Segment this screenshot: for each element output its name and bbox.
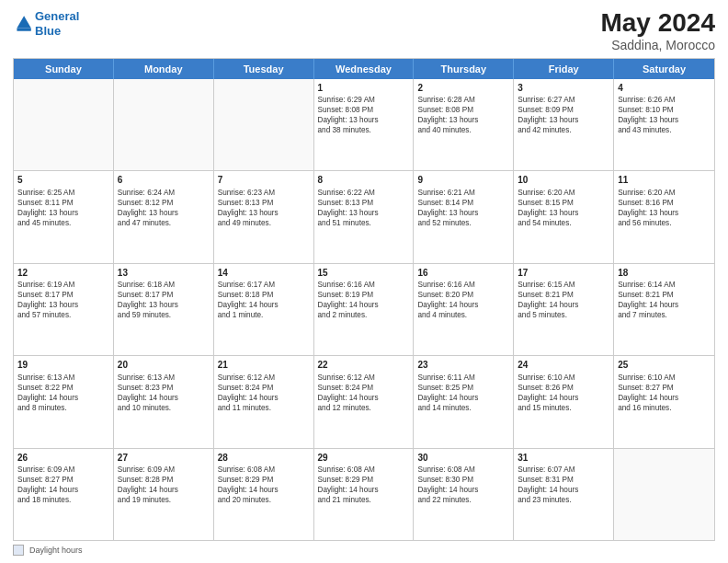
- day-info-line: Sunrise: 6:12 AM: [318, 373, 410, 383]
- day-info-line: Sunrise: 6:09 AM: [118, 465, 210, 475]
- day-number: 30: [417, 452, 509, 465]
- cal-cell: 8Sunrise: 6:22 AMSunset: 8:13 PMDaylight…: [314, 171, 415, 262]
- day-number: 27: [118, 452, 210, 465]
- day-number: 18: [618, 267, 711, 280]
- day-info-line: Sunrise: 6:13 AM: [17, 373, 109, 383]
- day-info-line: and 11 minutes.: [218, 403, 310, 413]
- cal-cell: [614, 449, 714, 540]
- day-info-line: Sunset: 8:24 PM: [218, 383, 310, 393]
- day-number: 22: [318, 359, 410, 372]
- day-info-line: Sunset: 8:19 PM: [318, 290, 410, 300]
- cal-cell: 24Sunrise: 6:10 AMSunset: 8:26 PMDayligh…: [514, 356, 614, 447]
- day-info-line: Sunrise: 6:16 AM: [417, 280, 509, 290]
- day-info-line: Daylight: 13 hours: [318, 208, 410, 218]
- day-info-line: Daylight: 13 hours: [218, 208, 310, 218]
- cal-cell: 22Sunrise: 6:12 AMSunset: 8:24 PMDayligh…: [314, 356, 415, 447]
- cal-cell: 3Sunrise: 6:27 AMSunset: 8:09 PMDaylight…: [514, 79, 614, 170]
- day-info-line: Daylight: 13 hours: [518, 115, 609, 125]
- day-info-line: Daylight: 14 hours: [417, 393, 509, 403]
- cal-cell: 26Sunrise: 6:09 AMSunset: 8:27 PMDayligh…: [14, 449, 114, 540]
- day-info-line: Daylight: 13 hours: [417, 115, 509, 125]
- day-info-line: and 10 minutes.: [118, 403, 210, 413]
- day-info-line: and 8 minutes.: [17, 403, 109, 413]
- cal-cell: 7Sunrise: 6:23 AMSunset: 8:13 PMDaylight…: [214, 171, 314, 262]
- day-info-line: Sunrise: 6:12 AM: [218, 373, 310, 383]
- day-info-line: Sunset: 8:18 PM: [218, 290, 310, 300]
- day-number: 29: [318, 452, 410, 465]
- cal-header-friday: Friday: [514, 59, 614, 79]
- logo-text: General Blue: [35, 9, 79, 38]
- day-info-line: Sunset: 8:29 PM: [318, 475, 410, 485]
- cal-week-1: 1Sunrise: 6:29 AMSunset: 8:08 PMDaylight…: [14, 79, 714, 171]
- page: General Blue May 2024 Saddina, Morocco S…: [0, 0, 728, 563]
- day-info-line: and 2 minutes.: [318, 310, 410, 320]
- footer: Daylight hours: [13, 545, 715, 556]
- day-number: 23: [417, 359, 509, 372]
- day-info-line: Sunset: 8:09 PM: [518, 105, 609, 115]
- svg-rect-1: [17, 28, 30, 30]
- day-number: 10: [518, 174, 609, 187]
- day-info-line: Daylight: 14 hours: [218, 393, 310, 403]
- day-info-line: and 18 minutes.: [17, 495, 109, 505]
- day-info-line: Sunrise: 6:26 AM: [618, 95, 711, 105]
- day-info-line: and 47 minutes.: [118, 218, 210, 228]
- day-info-line: Sunset: 8:30 PM: [417, 475, 509, 485]
- day-info-line: Daylight: 14 hours: [417, 300, 509, 310]
- cal-cell: [214, 79, 314, 170]
- day-number: 21: [218, 359, 310, 372]
- svg-marker-0: [17, 16, 30, 28]
- day-info-line: Daylight: 14 hours: [318, 485, 410, 495]
- day-info-line: and 54 minutes.: [518, 218, 609, 228]
- day-info-line: Sunset: 8:29 PM: [218, 475, 310, 485]
- day-info-line: Daylight: 14 hours: [417, 485, 509, 495]
- day-info-line: Sunset: 8:23 PM: [118, 383, 210, 393]
- cal-header-wednesday: Wednesday: [314, 59, 415, 79]
- day-info-line: Sunset: 8:10 PM: [618, 105, 711, 115]
- day-info-line: Sunrise: 6:22 AM: [318, 188, 410, 198]
- day-info-line: Sunrise: 6:18 AM: [118, 280, 210, 290]
- day-info-line: and 56 minutes.: [618, 218, 711, 228]
- cal-cell: 17Sunrise: 6:15 AMSunset: 8:21 PMDayligh…: [514, 264, 614, 355]
- cal-header-sunday: Sunday: [14, 59, 114, 79]
- title-block: May 2024 Saddina, Morocco: [600, 9, 715, 52]
- day-info-line: and 40 minutes.: [417, 125, 509, 135]
- cal-cell: 27Sunrise: 6:09 AMSunset: 8:28 PMDayligh…: [114, 449, 214, 540]
- day-info-line: Sunset: 8:26 PM: [518, 383, 609, 393]
- cal-cell: 29Sunrise: 6:08 AMSunset: 8:29 PMDayligh…: [314, 449, 415, 540]
- day-info-line: Sunrise: 6:20 AM: [618, 188, 711, 198]
- cal-cell: 23Sunrise: 6:11 AMSunset: 8:25 PMDayligh…: [414, 356, 514, 447]
- day-number: 11: [618, 174, 711, 187]
- day-info-line: and 21 minutes.: [318, 495, 410, 505]
- day-info-line: and 42 minutes.: [518, 125, 609, 135]
- logo-line2: Blue: [35, 24, 61, 38]
- day-info-line: and 43 minutes.: [618, 125, 711, 135]
- cal-cell: 18Sunrise: 6:14 AMSunset: 8:21 PMDayligh…: [614, 264, 714, 355]
- day-info-line: Sunrise: 6:16 AM: [318, 280, 410, 290]
- day-info-line: Daylight: 13 hours: [318, 115, 410, 125]
- cal-cell: 13Sunrise: 6:18 AMSunset: 8:17 PMDayligh…: [114, 264, 214, 355]
- calendar: SundayMondayTuesdayWednesdayThursdayFrid…: [13, 58, 715, 541]
- cal-week-4: 19Sunrise: 6:13 AMSunset: 8:22 PMDayligh…: [14, 356, 714, 448]
- day-info-line: Sunset: 8:13 PM: [218, 198, 310, 208]
- day-info-line: Sunset: 8:12 PM: [118, 198, 210, 208]
- cal-cell: 2Sunrise: 6:28 AMSunset: 8:08 PMDaylight…: [414, 79, 514, 170]
- day-info-line: and 1 minute.: [218, 310, 310, 320]
- day-info-line: and 5 minutes.: [518, 310, 609, 320]
- cal-week-3: 12Sunrise: 6:19 AMSunset: 8:17 PMDayligh…: [14, 264, 714, 356]
- day-info-line: Daylight: 14 hours: [218, 485, 310, 495]
- day-info-line: Sunrise: 6:11 AM: [417, 373, 509, 383]
- day-info-line: Sunrise: 6:19 AM: [17, 280, 109, 290]
- day-info-line: Daylight: 13 hours: [518, 208, 609, 218]
- day-number: 12: [17, 267, 109, 280]
- day-info-line: Daylight: 14 hours: [118, 393, 210, 403]
- day-info-line: Daylight: 14 hours: [218, 300, 310, 310]
- day-info-line: Sunrise: 6:10 AM: [618, 373, 711, 383]
- cal-cell: 31Sunrise: 6:07 AMSunset: 8:31 PMDayligh…: [514, 449, 614, 540]
- day-number: 4: [618, 82, 711, 95]
- day-info-line: Sunset: 8:28 PM: [118, 475, 210, 485]
- day-info-line: Sunset: 8:11 PM: [17, 198, 109, 208]
- logo: General Blue: [13, 9, 79, 38]
- footer-box: [13, 545, 24, 556]
- day-info-line: and 20 minutes.: [218, 495, 310, 505]
- day-number: 17: [518, 267, 609, 280]
